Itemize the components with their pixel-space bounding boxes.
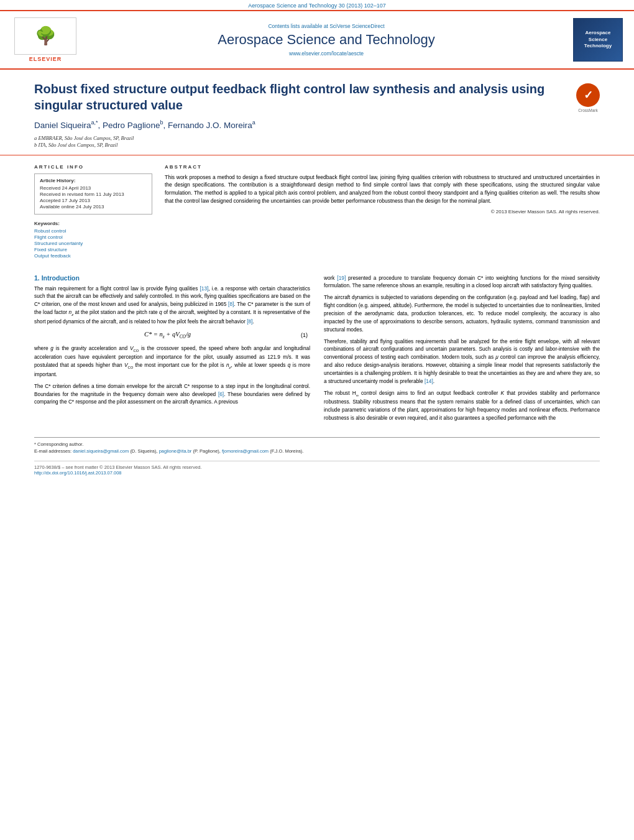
author2-name: , Pedro Paglione (98, 121, 160, 130)
page: Aerospace Science and Technology 30 (201… (0, 0, 634, 840)
abstract-text: This work proposes a method to design a … (165, 173, 600, 205)
info-abstract-section: ARTICLE INFO Article History: Received 2… (0, 155, 634, 268)
article-title-row: Robust fixed structure output feedback f… (34, 81, 600, 113)
elsevier-label: ELSEVIER (29, 56, 62, 62)
section1-right-para1: work [19] presented a procedure to trans… (324, 274, 600, 290)
history-label: Article History: (40, 178, 147, 183)
footnote-emails: E-mail addresses: daniel.siqueira@gmail.… (34, 448, 600, 455)
ref-14-link[interactable]: [14] (425, 378, 433, 384)
doi-text: http://dx.doi.org/10.1016/j.ast.2013.07.… (34, 470, 600, 476)
journal-url[interactable]: www.elsevier.com/locate/aescte (92, 50, 561, 57)
elsevier-tree-icon: 🌳 (35, 27, 57, 45)
keyword-5: Output feedback (34, 253, 152, 259)
footnote-section: * Corresponding author. E-mail addresses… (34, 437, 600, 455)
article-title-section: Robust fixed structure output feedback f… (0, 70, 634, 155)
ast-logo-line3: Technology (584, 43, 612, 49)
bottom-bar: 1270-9638/$ – see front matter © 2013 El… (34, 461, 600, 476)
equation-1-text: C* = nz + qVCO/g (34, 331, 301, 339)
article-info-label: ARTICLE INFO (34, 164, 152, 170)
section1-right-para4: The robust H∞ control design aims to fin… (324, 389, 600, 422)
body-right-column: work [19] presented a procedure to trans… (324, 274, 600, 426)
email4-link[interactable]: fjomoreira@gmail.com (222, 448, 269, 454)
crossmark-label: CrossMark (576, 108, 600, 113)
ref-8-link[interactable]: [8] (228, 301, 234, 307)
section1-heading: 1. Introduction (34, 274, 310, 282)
email-label: E-mail addresses: (34, 448, 71, 454)
body-left-column: 1. Introduction The main requirement for… (34, 274, 310, 426)
keyword-3: Structured uncertainty (34, 241, 152, 246)
journal-center-info: Contents lists available at SciVerse Sci… (80, 23, 573, 57)
author1-name: Daniel Siqueira (34, 121, 91, 130)
keywords-label: Keywords: (34, 221, 152, 226)
sciverse-label[interactable]: SciVerse ScienceDirect (329, 23, 384, 29)
doi-link[interactable]: http://dx.doi.org/10.1016/j.ast.2013.07.… (34, 470, 122, 476)
section1-right-para2: The aircraft dynamics is subjected to va… (324, 293, 600, 333)
ref-19-link[interactable]: [19] (337, 275, 346, 281)
equation-1-number: (1) (301, 332, 310, 338)
article-authors: Daniel Siqueiraa,*, Pedro Paglioneb, Fer… (34, 119, 600, 130)
affiliation-b: b ITA, São José dos Campos, SP, Brazil (34, 142, 600, 148)
ast-logo-line2: Science (584, 37, 612, 43)
abstract-label: ABSTRACT (165, 164, 600, 170)
journal-ref-text: Aerospace Science and Technology 30 (201… (248, 2, 386, 9)
abstract-copyright: © 2013 Elsevier Masson SAS. All rights r… (165, 209, 600, 215)
keyword-4: Fixed structure (34, 247, 152, 252)
section1-right-para3: Therefore, stability and flying qualitie… (324, 338, 600, 385)
keyword-2: Flight control (34, 234, 152, 240)
crossmark-icon: ✓ (576, 83, 600, 107)
elsevier-logo: 🌳 ELSEVIER (11, 17, 80, 62)
issn-label: 1270-9638/$ – see front matter © 2013 El… (34, 464, 201, 470)
ref-13-link[interactable]: [13] (200, 285, 208, 292)
received-revised-date: Received in revised form 11 July 2013 (40, 192, 147, 197)
equation-1: C* = nz + qVCO/g (1) (34, 331, 310, 339)
body-section: 1. Introduction The main requirement for… (0, 268, 634, 432)
author1-sup: a,* (91, 119, 98, 126)
journal-reference: Aerospace Science and Technology 30 (201… (0, 0, 634, 10)
author3-name: , Fernando J.O. Moreira (163, 121, 252, 130)
accepted-date: Accepted 17 July 2013 (40, 198, 147, 203)
received-date: Received 24 April 2013 (40, 185, 147, 191)
email3-note: (P. Paglione), (193, 448, 220, 454)
keyword-1: Robust control (34, 228, 152, 234)
footnote-star: * Corresponding author. (34, 441, 600, 448)
author-affiliations: a EMBRAER, São José dos Campos, SP, Braz… (34, 135, 600, 148)
ref-8b-link[interactable]: [8] (247, 318, 252, 325)
history-box: Article History: Received 24 April 2013 … (34, 173, 152, 215)
journal-title: Aerospace Science and Technology (92, 32, 561, 48)
affiliation-a: a EMBRAER, São José dos Campos, SP, Braz… (34, 135, 600, 141)
author3-sup: a (252, 119, 255, 126)
contents-note: Contents lists available at (268, 23, 328, 29)
email4-name: (F.J.O. Moreira). (270, 448, 303, 454)
ast-logo: Aerospace Science Technology (573, 18, 623, 62)
section1-para1: The main requirement for a flight contro… (34, 285, 310, 326)
journal-header: 🌳 ELSEVIER Contents lists available at S… (0, 10, 634, 70)
available-date: Available online 24 July 2013 (40, 204, 147, 210)
email1-name: (D. Siqueira), (130, 448, 157, 454)
abstract-column: ABSTRACT This work proposes a method to … (165, 164, 600, 259)
footnote-star-text: * Corresponding author. (34, 441, 83, 447)
section1-para3: The C* criterion defines a time domain e… (34, 382, 310, 407)
section1-para2: where g is the gravity acceleration and … (34, 344, 310, 379)
issn-text: 1270-9638/$ – see front matter © 2013 El… (34, 464, 600, 470)
ast-logo-line1: Aerospace (584, 30, 612, 36)
ref-6-link[interactable]: [6] (218, 391, 224, 397)
crossmark-badge: ✓ CrossMark (576, 83, 600, 107)
elsevier-logo-box: 🌳 (14, 17, 76, 55)
email2-link[interactable]: paglione@ita.br (159, 448, 192, 454)
article-info-column: ARTICLE INFO Article History: Received 2… (34, 164, 152, 259)
email1-link[interactable]: daniel.siqueira@gmail.com (73, 448, 129, 454)
article-title: Robust fixed structure output feedback f… (34, 81, 576, 113)
sciverse-link: Contents lists available at SciVerse Sci… (92, 23, 561, 29)
